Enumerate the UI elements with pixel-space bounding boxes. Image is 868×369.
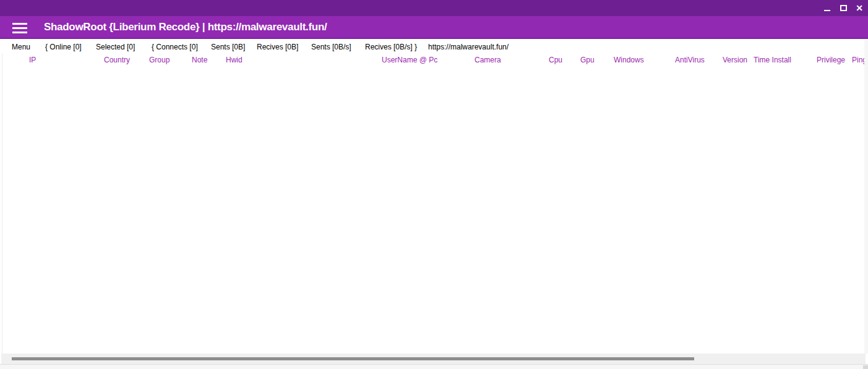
hamburger-bar bbox=[12, 27, 27, 29]
menu-item-sents-total[interactable]: Sents [0B] bbox=[211, 43, 245, 51]
menu-item-site-url[interactable]: https://malwarevault.fun/ bbox=[428, 43, 509, 51]
column-header-ip[interactable]: IP bbox=[29, 56, 36, 64]
table-header-row: IP Country Group Note Hwid UserName @ Pc… bbox=[0, 53, 868, 67]
column-header-hwid[interactable]: Hwid bbox=[226, 56, 243, 64]
column-header-version[interactable]: Version bbox=[723, 56, 747, 64]
minimize-icon[interactable] bbox=[823, 4, 831, 12]
status-strip bbox=[0, 364, 868, 369]
close-icon[interactable]: ✕ bbox=[855, 4, 864, 12]
menu-item-recives-rate[interactable]: Recives [0B/s] } bbox=[365, 43, 417, 51]
resize-grip[interactable] bbox=[863, 365, 868, 369]
column-header-country[interactable]: Country bbox=[104, 56, 130, 64]
window-controls: ✕ bbox=[823, 0, 864, 16]
hamburger-bar bbox=[12, 23, 27, 25]
minimize-bar bbox=[824, 10, 830, 11]
app-header: ShadowRoot {Liberium Recode} | https://m… bbox=[0, 16, 868, 39]
column-header-antivirus[interactable]: AntiVirus bbox=[675, 56, 705, 64]
column-header-time-install[interactable]: Time Install bbox=[754, 56, 791, 64]
menu-item-menu[interactable]: Menu bbox=[12, 43, 30, 51]
menubar: Menu { Online [0] Selected [0] { Connect… bbox=[0, 39, 868, 53]
hamburger-menu-icon[interactable] bbox=[12, 23, 27, 33]
horizontal-scrollbar-thumb[interactable] bbox=[12, 357, 694, 360]
column-header-windows[interactable]: Windows bbox=[614, 56, 644, 64]
menu-item-online-count[interactable]: { Online [0] bbox=[45, 43, 82, 51]
vertical-scrollbar[interactable] bbox=[864, 40, 868, 354]
column-header-group[interactable]: Group bbox=[149, 56, 170, 64]
column-header-note[interactable]: Note bbox=[192, 56, 207, 64]
column-header-privilege[interactable]: Privilege bbox=[817, 56, 845, 64]
column-header-username-pc[interactable]: UserName @ Pc bbox=[382, 56, 437, 64]
menu-item-sents-rate[interactable]: Sents [0B/s] bbox=[311, 43, 351, 51]
column-header-gpu[interactable]: Gpu bbox=[580, 56, 595, 64]
maximize-icon[interactable] bbox=[839, 4, 848, 12]
column-header-cpu[interactable]: Cpu bbox=[549, 56, 562, 64]
clients-list-panel bbox=[2, 40, 864, 354]
horizontal-scrollbar[interactable] bbox=[1, 354, 866, 364]
titlebar: ✕ bbox=[0, 0, 868, 16]
menu-item-recives-total[interactable]: Recives [0B] bbox=[257, 43, 298, 51]
column-header-camera[interactable]: Camera bbox=[475, 56, 501, 64]
app-title: ShadowRoot {Liberium Recode} | https://m… bbox=[44, 16, 327, 38]
maximize-box bbox=[840, 5, 847, 11]
menu-item-selected-count[interactable]: Selected [0] bbox=[96, 43, 135, 51]
menu-item-connects-count[interactable]: { Connects [0] bbox=[152, 43, 198, 51]
app-window: ✕ ShadowRoot {Liberium Recode} | https:/… bbox=[0, 0, 868, 369]
hamburger-bar bbox=[12, 32, 27, 33]
